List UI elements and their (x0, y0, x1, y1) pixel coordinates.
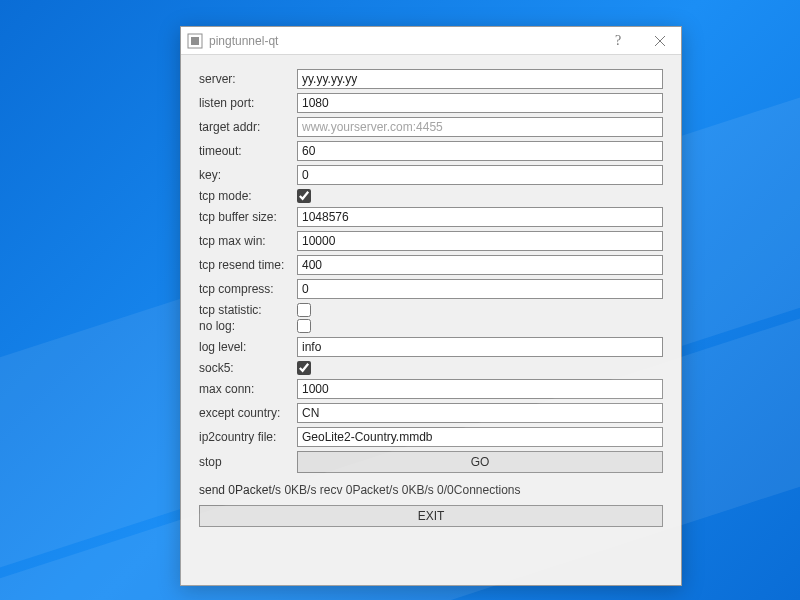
tcp-statistic-checkbox[interactable] (297, 303, 311, 317)
timeout-input[interactable] (297, 141, 663, 161)
log-level-input[interactable] (297, 337, 663, 357)
stop-label: stop (199, 455, 291, 469)
except-country-label: except country: (199, 406, 291, 420)
window-title: pingtunnel-qt (209, 34, 597, 48)
sock5-label: sock5: (199, 361, 291, 375)
key-label: key: (199, 168, 291, 182)
max-conn-label: max conn: (199, 382, 291, 396)
go-button[interactable]: GO (297, 451, 663, 473)
close-button[interactable] (639, 27, 681, 55)
app-window: pingtunnel-qt ? server: listen port: tar… (180, 26, 682, 586)
tcp-compress-input[interactable] (297, 279, 663, 299)
sock5-checkbox[interactable] (297, 361, 311, 375)
listen-port-label: listen port: (199, 96, 291, 110)
no-log-checkbox[interactable] (297, 319, 311, 333)
key-input[interactable] (297, 165, 663, 185)
status-line: send 0Packet/s 0KB/s recv 0Packet/s 0KB/… (199, 483, 663, 497)
tcp-statistic-label: tcp statistic: (199, 303, 291, 317)
server-input[interactable] (297, 69, 663, 89)
timeout-label: timeout: (199, 144, 291, 158)
max-conn-input[interactable] (297, 379, 663, 399)
server-label: server: (199, 72, 291, 86)
tcp-max-win-input[interactable] (297, 231, 663, 251)
exit-button[interactable]: EXIT (199, 505, 663, 527)
except-country-input[interactable] (297, 403, 663, 423)
log-level-label: log level: (199, 340, 291, 354)
help-button[interactable]: ? (597, 27, 639, 55)
target-addr-label: target addr: (199, 120, 291, 134)
app-icon (187, 33, 203, 49)
tcp-resend-time-label: tcp resend time: (199, 258, 291, 272)
tcp-buffer-size-label: tcp buffer size: (199, 210, 291, 224)
tcp-compress-label: tcp compress: (199, 282, 291, 296)
listen-port-input[interactable] (297, 93, 663, 113)
target-addr-input[interactable] (297, 117, 663, 137)
svg-rect-1 (191, 37, 199, 45)
titlebar: pingtunnel-qt ? (181, 27, 681, 55)
ip2country-file-input[interactable] (297, 427, 663, 447)
ip2country-file-label: ip2country file: (199, 430, 291, 444)
no-log-label: no log: (199, 319, 291, 333)
tcp-buffer-size-input[interactable] (297, 207, 663, 227)
tcp-max-win-label: tcp max win: (199, 234, 291, 248)
tcp-mode-checkbox[interactable] (297, 189, 311, 203)
tcp-mode-label: tcp mode: (199, 189, 291, 203)
tcp-resend-time-input[interactable] (297, 255, 663, 275)
form: server: listen port: target addr: timeou… (181, 55, 681, 585)
